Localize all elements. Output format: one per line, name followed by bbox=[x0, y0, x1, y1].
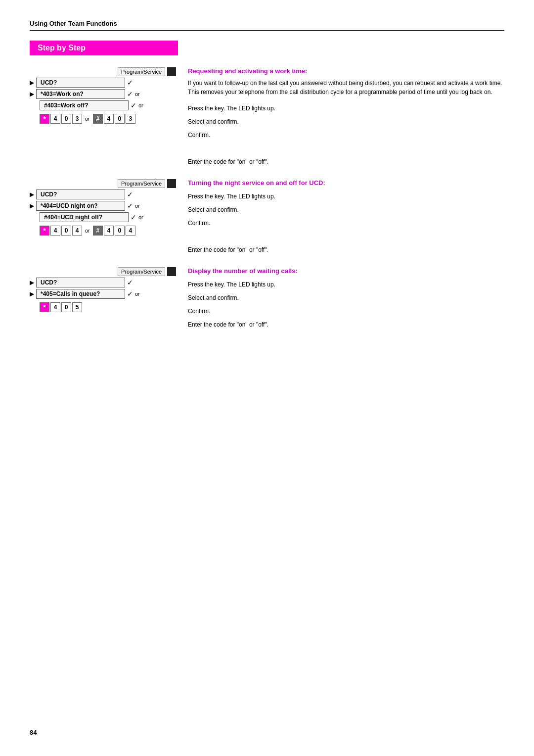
arrow-3: ▶ bbox=[30, 191, 34, 198]
section-right-work-time: Requesting and activating a work time: I… bbox=[188, 67, 504, 169]
check-8: ✓ bbox=[127, 290, 133, 298]
code-0-2: 0 bbox=[115, 114, 125, 124]
or-label-4: or bbox=[138, 214, 143, 220]
page-header: Using Other Team Functions bbox=[30, 20, 504, 31]
code-4-3: 4 bbox=[50, 226, 60, 236]
or-between-1: or bbox=[85, 116, 90, 122]
ucd-night-on-menu: *404=UCD night on? bbox=[36, 201, 125, 211]
instruction-2-1: Press the key. The LED lights up. bbox=[188, 190, 504, 202]
calls-queue-menu: *405=Calls in queue? bbox=[36, 289, 125, 299]
led-square-2 bbox=[167, 179, 176, 188]
check-2: ✓ bbox=[127, 90, 133, 98]
code-0-5: 0 bbox=[61, 302, 71, 312]
section-right-waiting-calls: Display the number of waiting calls: Pre… bbox=[188, 267, 504, 332]
desc-work-time: If you want to follow-up on the last cal… bbox=[188, 79, 504, 96]
check-5: ✓ bbox=[127, 202, 133, 210]
code-0-4: 0 bbox=[115, 226, 125, 236]
title-work-time: Requesting and activating a work time: bbox=[188, 67, 504, 75]
program-service-row-1: Program/Service bbox=[30, 67, 178, 76]
code-star-3: * bbox=[40, 302, 49, 312]
title-night-service: Turning the night service on and off for… bbox=[188, 179, 504, 187]
work-off-row: #403=Work off? ✓ or bbox=[40, 100, 178, 110]
program-service-btn-3: Program/Service bbox=[118, 267, 165, 276]
instruction-2-5: Enter the code for "on" or "off". bbox=[188, 244, 504, 256]
section-left-work-time: Program/Service ▶ UCD? ✓ ▶ *403=Work on?… bbox=[30, 67, 178, 169]
or-between-2: or bbox=[85, 228, 90, 234]
code-4-7: 4 bbox=[50, 302, 60, 312]
section-night-service: Program/Service ▶ UCD? ✓ ▶ *404=UCD nigh… bbox=[30, 179, 504, 257]
arrow-1: ▶ bbox=[30, 79, 34, 86]
or-label-1: or bbox=[135, 91, 140, 97]
code-4-6: 4 bbox=[126, 226, 135, 236]
code-row-2: * 4 0 4 or # 4 0 4 bbox=[40, 226, 135, 236]
ucd-night-on-row: ▶ *404=UCD night on? ✓ or bbox=[30, 201, 178, 211]
instruction-1-3: Confirm. bbox=[188, 129, 504, 141]
ucd-row-1: ▶ UCD? ✓ bbox=[30, 78, 178, 88]
section-left-night-service: Program/Service ▶ UCD? ✓ ▶ *404=UCD nigh… bbox=[30, 179, 178, 257]
section-left-waiting-calls: Program/Service ▶ UCD? ✓ ▶ *405=Calls in… bbox=[30, 267, 178, 332]
section-work-time: Program/Service ▶ UCD? ✓ ▶ *403=Work on?… bbox=[30, 67, 504, 169]
code-0-1: 0 bbox=[61, 114, 71, 124]
section-waiting-calls: Program/Service ▶ UCD? ✓ ▶ *405=Calls in… bbox=[30, 267, 504, 332]
instruction-1-5: Enter the code for "on" or "off". bbox=[188, 156, 504, 168]
ucd-menu-3: UCD? bbox=[36, 278, 125, 287]
page-number: 84 bbox=[30, 729, 37, 736]
led-square-3 bbox=[167, 267, 176, 276]
code-0-3: 0 bbox=[61, 226, 71, 236]
title-waiting-calls: Display the number of waiting calls: bbox=[188, 267, 504, 275]
code-row-3: * 4 0 5 bbox=[40, 302, 82, 312]
program-service-btn-1: Program/Service bbox=[118, 67, 165, 76]
code-hash-1: # bbox=[93, 114, 103, 124]
arrow-4: ▶ bbox=[30, 202, 34, 209]
instruction-2-4 bbox=[188, 231, 504, 242]
code-star-2: * bbox=[40, 226, 49, 236]
code-4-5: 4 bbox=[104, 226, 114, 236]
or-label-5: or bbox=[135, 291, 140, 297]
code-hash-2: # bbox=[93, 226, 103, 236]
check-4: ✓ bbox=[127, 190, 133, 198]
code-4-4: 4 bbox=[72, 226, 82, 236]
ucd-menu-1: UCD? bbox=[36, 78, 125, 88]
instruction-1-2: Select and confirm. bbox=[188, 116, 504, 128]
led-square-1 bbox=[167, 67, 176, 76]
arrow-2: ▶ bbox=[30, 91, 34, 97]
ucd-night-off-row: #404=UCD night off? ✓ or bbox=[40, 212, 178, 222]
work-on-menu: *403=Work on? bbox=[36, 89, 125, 99]
instruction-2-2: Select and confirm. bbox=[188, 204, 504, 216]
code-star-1: * bbox=[40, 114, 49, 124]
instruction-1-1: Press the key. The LED lights up. bbox=[188, 102, 504, 114]
step-by-step-banner: Step by Step bbox=[30, 41, 178, 55]
program-service-btn-2: Program/Service bbox=[118, 179, 165, 188]
page-header-title: Using Other Team Functions bbox=[30, 20, 117, 27]
code-row-1: * 4 0 3 or # 4 0 3 bbox=[40, 114, 135, 124]
ucd-row-3: ▶ UCD? ✓ bbox=[30, 278, 178, 287]
code-3-1: 3 bbox=[72, 114, 82, 124]
or-label-3: or bbox=[135, 203, 140, 209]
check-1: ✓ bbox=[127, 79, 133, 87]
program-service-row-2: Program/Service bbox=[30, 179, 178, 188]
check-7: ✓ bbox=[127, 279, 133, 286]
arrow-5: ▶ bbox=[30, 279, 34, 286]
instruction-3-4: Enter the code for "on" or "off". bbox=[188, 319, 504, 331]
program-service-row-3: Program/Service bbox=[30, 267, 178, 276]
ucd-row-2: ▶ UCD? ✓ bbox=[30, 189, 178, 199]
instruction-1-4 bbox=[188, 142, 504, 154]
section-right-night-service: Turning the night service on and off for… bbox=[188, 179, 504, 257]
instruction-3-1: Press the key. The LED lights up. bbox=[188, 279, 504, 290]
code-4-2: 4 bbox=[104, 114, 114, 124]
check-3: ✓ bbox=[131, 101, 136, 109]
code-4-1: 4 bbox=[50, 114, 60, 124]
arrow-6: ▶ bbox=[30, 290, 34, 297]
work-on-row: ▶ *403=Work on? ✓ or bbox=[30, 89, 178, 99]
code-5-1: 5 bbox=[72, 302, 82, 312]
check-6: ✓ bbox=[131, 213, 136, 221]
ucd-night-off-menu: #404=UCD night off? bbox=[40, 212, 129, 222]
work-off-menu: #403=Work off? bbox=[40, 100, 129, 110]
instruction-3-3: Confirm. bbox=[188, 305, 504, 317]
or-label-2: or bbox=[138, 102, 143, 108]
code-3-2: 3 bbox=[126, 114, 135, 124]
instruction-3-2: Select and confirm. bbox=[188, 292, 504, 304]
calls-queue-row: ▶ *405=Calls in queue? ✓ or bbox=[30, 289, 178, 299]
ucd-menu-2: UCD? bbox=[36, 189, 125, 199]
instruction-2-3: Confirm. bbox=[188, 217, 504, 229]
